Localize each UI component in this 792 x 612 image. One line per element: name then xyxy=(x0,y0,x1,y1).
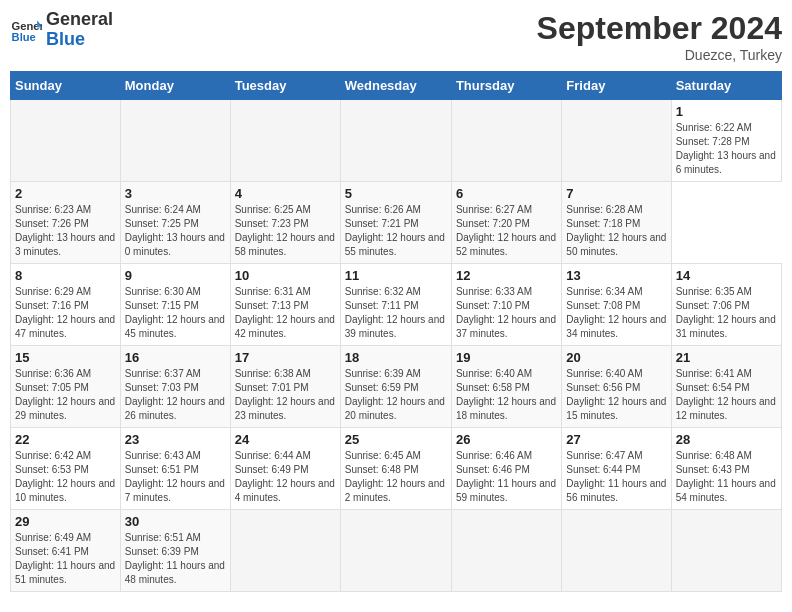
day-header-monday: Monday xyxy=(120,72,230,100)
empty-cell xyxy=(230,100,340,182)
title-block: September 2024 Duezce, Turkey xyxy=(537,10,782,63)
empty-cell xyxy=(340,100,451,182)
day-number: 7 xyxy=(566,186,666,201)
calendar-day-19: 19 Sunrise: 6:40 AMSunset: 6:58 PMDaylig… xyxy=(451,346,561,428)
calendar-day-29: 29 Sunrise: 6:49 AMSunset: 6:41 PMDaylig… xyxy=(11,510,121,592)
calendar-day-25: 25 Sunrise: 6:45 AMSunset: 6:48 PMDaylig… xyxy=(340,428,451,510)
day-number: 5 xyxy=(345,186,447,201)
day-detail: Sunrise: 6:44 AMSunset: 6:49 PMDaylight:… xyxy=(235,449,336,505)
empty-cell xyxy=(451,100,561,182)
empty-cell xyxy=(671,510,781,592)
day-detail: Sunrise: 6:38 AMSunset: 7:01 PMDaylight:… xyxy=(235,367,336,423)
day-number: 21 xyxy=(676,350,777,365)
day-number: 14 xyxy=(676,268,777,283)
calendar-day-28: 28 Sunrise: 6:48 AMSunset: 6:43 PMDaylig… xyxy=(671,428,781,510)
day-detail: Sunrise: 6:45 AMSunset: 6:48 PMDaylight:… xyxy=(345,449,447,505)
day-number: 8 xyxy=(15,268,116,283)
day-detail: Sunrise: 6:34 AMSunset: 7:08 PMDaylight:… xyxy=(566,285,666,341)
day-number: 4 xyxy=(235,186,336,201)
day-number: 10 xyxy=(235,268,336,283)
day-detail: Sunrise: 6:33 AMSunset: 7:10 PMDaylight:… xyxy=(456,285,557,341)
page-header: General Blue General Blue September 2024… xyxy=(10,10,782,63)
day-detail: Sunrise: 6:27 AMSunset: 7:20 PMDaylight:… xyxy=(456,203,557,259)
day-detail: Sunrise: 6:41 AMSunset: 6:54 PMDaylight:… xyxy=(676,367,777,423)
day-number: 18 xyxy=(345,350,447,365)
empty-cell xyxy=(451,510,561,592)
calendar-day-18: 18 Sunrise: 6:39 AMSunset: 6:59 PMDaylig… xyxy=(340,346,451,428)
day-header-wednesday: Wednesday xyxy=(340,72,451,100)
calendar-day-13: 13 Sunrise: 6:34 AMSunset: 7:08 PMDaylig… xyxy=(562,264,671,346)
day-detail: Sunrise: 6:47 AMSunset: 6:44 PMDaylight:… xyxy=(566,449,666,505)
day-detail: Sunrise: 6:37 AMSunset: 7:03 PMDaylight:… xyxy=(125,367,226,423)
day-detail: Sunrise: 6:31 AMSunset: 7:13 PMDaylight:… xyxy=(235,285,336,341)
day-number: 6 xyxy=(456,186,557,201)
calendar-day-4: 4 Sunrise: 6:25 AMSunset: 7:23 PMDayligh… xyxy=(230,182,340,264)
calendar-day-12: 12 Sunrise: 6:33 AMSunset: 7:10 PMDaylig… xyxy=(451,264,561,346)
day-detail: Sunrise: 6:42 AMSunset: 6:53 PMDaylight:… xyxy=(15,449,116,505)
calendar-day-3: 3 Sunrise: 6:24 AMSunset: 7:25 PMDayligh… xyxy=(120,182,230,264)
day-detail: Sunrise: 6:43 AMSunset: 6:51 PMDaylight:… xyxy=(125,449,226,505)
day-detail: Sunrise: 6:29 AMSunset: 7:16 PMDaylight:… xyxy=(15,285,116,341)
calendar-week-3: 15 Sunrise: 6:36 AMSunset: 7:05 PMDaylig… xyxy=(11,346,782,428)
logo-text-blue: Blue xyxy=(46,30,113,50)
day-number: 9 xyxy=(125,268,226,283)
calendar-day-26: 26 Sunrise: 6:46 AMSunset: 6:46 PMDaylig… xyxy=(451,428,561,510)
calendar-day-6: 6 Sunrise: 6:27 AMSunset: 7:20 PMDayligh… xyxy=(451,182,561,264)
day-number: 2 xyxy=(15,186,116,201)
day-number: 12 xyxy=(456,268,557,283)
day-number: 20 xyxy=(566,350,666,365)
day-detail: Sunrise: 6:39 AMSunset: 6:59 PMDaylight:… xyxy=(345,367,447,423)
calendar-day-17: 17 Sunrise: 6:38 AMSunset: 7:01 PMDaylig… xyxy=(230,346,340,428)
day-header-tuesday: Tuesday xyxy=(230,72,340,100)
day-number: 1 xyxy=(676,104,777,119)
calendar-day-16: 16 Sunrise: 6:37 AMSunset: 7:03 PMDaylig… xyxy=(120,346,230,428)
day-number: 24 xyxy=(235,432,336,447)
empty-cell xyxy=(562,100,671,182)
day-number: 15 xyxy=(15,350,116,365)
day-header-sunday: Sunday xyxy=(11,72,121,100)
day-detail: Sunrise: 6:40 AMSunset: 6:58 PMDaylight:… xyxy=(456,367,557,423)
day-number: 17 xyxy=(235,350,336,365)
svg-text:Blue: Blue xyxy=(12,31,36,43)
day-detail: Sunrise: 6:23 AMSunset: 7:26 PMDaylight:… xyxy=(15,203,116,259)
calendar-week-2: 8 Sunrise: 6:29 AMSunset: 7:16 PMDayligh… xyxy=(11,264,782,346)
day-detail: Sunrise: 6:24 AMSunset: 7:25 PMDaylight:… xyxy=(125,203,226,259)
calendar-day-27: 27 Sunrise: 6:47 AMSunset: 6:44 PMDaylig… xyxy=(562,428,671,510)
day-detail: Sunrise: 6:30 AMSunset: 7:15 PMDaylight:… xyxy=(125,285,226,341)
day-detail: Sunrise: 6:36 AMSunset: 7:05 PMDaylight:… xyxy=(15,367,116,423)
day-number: 13 xyxy=(566,268,666,283)
header-row: SundayMondayTuesdayWednesdayThursdayFrid… xyxy=(11,72,782,100)
day-detail: Sunrise: 6:49 AMSunset: 6:41 PMDaylight:… xyxy=(15,531,116,587)
calendar-day-5: 5 Sunrise: 6:26 AMSunset: 7:21 PMDayligh… xyxy=(340,182,451,264)
day-number: 3 xyxy=(125,186,226,201)
calendar-week-5: 29 Sunrise: 6:49 AMSunset: 6:41 PMDaylig… xyxy=(11,510,782,592)
calendar-table: SundayMondayTuesdayWednesdayThursdayFrid… xyxy=(10,71,782,592)
day-number: 22 xyxy=(15,432,116,447)
day-detail: Sunrise: 6:22 AMSunset: 7:28 PMDaylight:… xyxy=(676,121,777,177)
day-detail: Sunrise: 6:32 AMSunset: 7:11 PMDaylight:… xyxy=(345,285,447,341)
calendar-day-8: 8 Sunrise: 6:29 AMSunset: 7:16 PMDayligh… xyxy=(11,264,121,346)
calendar-day-2: 2 Sunrise: 6:23 AMSunset: 7:26 PMDayligh… xyxy=(11,182,121,264)
day-detail: Sunrise: 6:48 AMSunset: 6:43 PMDaylight:… xyxy=(676,449,777,505)
day-detail: Sunrise: 6:35 AMSunset: 7:06 PMDaylight:… xyxy=(676,285,777,341)
day-header-friday: Friday xyxy=(562,72,671,100)
day-number: 23 xyxy=(125,432,226,447)
calendar-week-1: 2 Sunrise: 6:23 AMSunset: 7:26 PMDayligh… xyxy=(11,182,782,264)
logo: General Blue General Blue xyxy=(10,10,113,50)
day-number: 19 xyxy=(456,350,557,365)
day-detail: Sunrise: 6:46 AMSunset: 6:46 PMDaylight:… xyxy=(456,449,557,505)
calendar-day-10: 10 Sunrise: 6:31 AMSunset: 7:13 PMDaylig… xyxy=(230,264,340,346)
day-number: 29 xyxy=(15,514,116,529)
day-number: 11 xyxy=(345,268,447,283)
calendar-day-23: 23 Sunrise: 6:43 AMSunset: 6:51 PMDaylig… xyxy=(120,428,230,510)
day-number: 28 xyxy=(676,432,777,447)
empty-cell xyxy=(562,510,671,592)
day-detail: Sunrise: 6:28 AMSunset: 7:18 PMDaylight:… xyxy=(566,203,666,259)
calendar-day-22: 22 Sunrise: 6:42 AMSunset: 6:53 PMDaylig… xyxy=(11,428,121,510)
day-number: 25 xyxy=(345,432,447,447)
day-number: 27 xyxy=(566,432,666,447)
calendar-day-11: 11 Sunrise: 6:32 AMSunset: 7:11 PMDaylig… xyxy=(340,264,451,346)
day-detail: Sunrise: 6:51 AMSunset: 6:39 PMDaylight:… xyxy=(125,531,226,587)
calendar-day-9: 9 Sunrise: 6:30 AMSunset: 7:15 PMDayligh… xyxy=(120,264,230,346)
empty-cell xyxy=(340,510,451,592)
